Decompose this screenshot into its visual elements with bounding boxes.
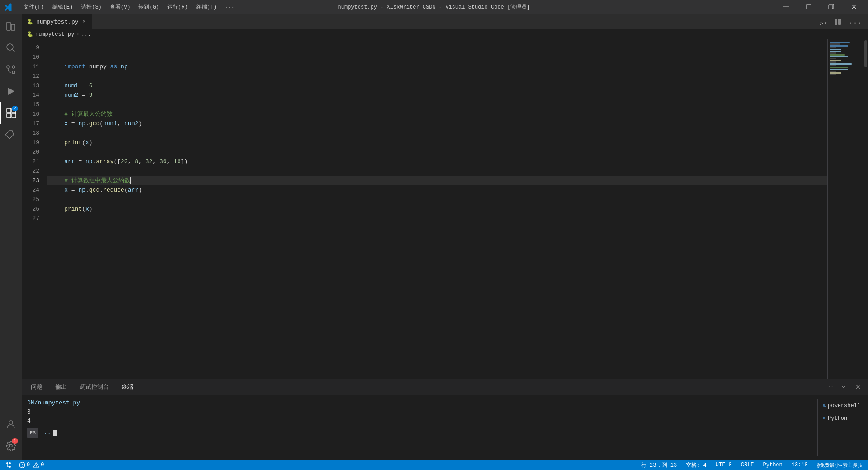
encoding-status[interactable]: UTF-8 <box>714 462 734 468</box>
maximize-button[interactable] <box>798 0 819 14</box>
activity-item-extensions[interactable]: 2 <box>0 102 22 124</box>
code-content[interactable]: import numpy as np num1 = 6 num2 = 9 # 计… <box>47 39 827 379</box>
terminal-cursor <box>53 430 57 436</box>
title-bar-controls <box>776 0 864 14</box>
svg-point-11 <box>12 71 15 74</box>
terminal-line-3: 4 <box>27 417 814 426</box>
code-line-17[interactable]: x = np.gcd(num1, num2) <box>47 119 827 128</box>
breadcrumb-more[interactable]: ... <box>81 31 91 38</box>
panel-close-button[interactable] <box>852 381 864 392</box>
terminal-content-area[interactable]: DN/numpytest.py 3 4 PS ... ⊞ powershell <box>22 395 868 460</box>
powershell-shell[interactable]: ⊞ powershell <box>821 400 859 411</box>
restore-button[interactable] <box>821 0 842 14</box>
editor-scrollbar[interactable] <box>863 39 868 379</box>
menu-bar: 文件(F)编辑(E)选择(S)查看(V)转到(G)运行(R)终端(T)... <box>20 2 238 12</box>
close-button[interactable] <box>844 0 864 14</box>
line-ending-status[interactable]: CRLF <box>739 462 756 468</box>
powershell-icon: ⊞ <box>823 401 826 410</box>
editor-tab-numpytest[interactable]: 🐍 numpytest.py × <box>22 14 92 29</box>
activity-item-account[interactable] <box>0 413 22 435</box>
python-shell-icon: ⊞ <box>823 414 826 423</box>
code-line-14[interactable]: num2 = 9 <box>47 90 827 100</box>
svg-rect-16 <box>7 113 11 118</box>
line-number-27: 27 <box>22 214 47 223</box>
activity-item-search[interactable] <box>0 37 22 59</box>
activity-item-settings[interactable]: 1 <box>0 435 22 456</box>
code-line-11[interactable]: import numpy as np <box>47 62 827 71</box>
panel-add-terminal-button[interactable] <box>808 381 821 392</box>
panel-controls: ··· <box>808 381 864 392</box>
panel-tab-problems[interactable]: 问题 <box>25 379 48 395</box>
line-number-13: 13 <box>22 81 47 90</box>
code-line-9[interactable] <box>47 43 827 52</box>
user-status: @免费最小-素主搜技 <box>815 462 864 469</box>
status-bar-left: 0 0 <box>4 462 46 468</box>
minimap <box>827 39 863 379</box>
line-numbers: 9101112131415161718192021222324252627 <box>22 39 47 379</box>
cursor-position-status[interactable]: 行 23，列 13 <box>639 461 679 469</box>
code-editor[interactable]: 9101112131415161718192021222324252627 im… <box>22 39 868 379</box>
svg-point-19 <box>9 444 12 447</box>
panel-collapse-button[interactable] <box>837 381 850 392</box>
panel-tab-terminal[interactable]: 终端 <box>116 379 139 395</box>
menu-item-终端[interactable]: 终端(T) <box>193 2 221 12</box>
code-line-18[interactable] <box>47 128 827 138</box>
panel-tab-output[interactable]: 输出 <box>50 379 72 395</box>
code-line-15[interactable] <box>47 100 827 109</box>
code-line-16[interactable]: # 计算最大公约数 <box>47 109 827 119</box>
python-shell[interactable]: ⊞ Python <box>821 413 859 424</box>
language-mode-status[interactable]: Python <box>761 462 784 468</box>
code-line-12[interactable] <box>47 71 827 81</box>
code-line-21[interactable]: arr = np.array([20, 8, 32, 36, 16]) <box>47 157 827 166</box>
breadcrumb-separator: › <box>76 31 79 38</box>
text-cursor <box>130 177 131 184</box>
code-line-26[interactable]: print(x) <box>47 204 827 214</box>
line-number-14: 14 <box>22 90 47 100</box>
svg-rect-3 <box>828 5 832 9</box>
activity-item-explorer[interactable] <box>0 15 22 37</box>
terminal-main[interactable]: DN/numpytest.py 3 4 PS ... <box>27 399 814 456</box>
menu-item-文件[interactable]: 文件(F) <box>20 2 48 12</box>
git-branch-status[interactable] <box>4 462 14 468</box>
menu-item-查看[interactable]: 查看(V) <box>106 2 134 12</box>
activity-item-run-debug[interactable] <box>0 80 22 102</box>
more-actions-button[interactable]: ··· <box>846 17 864 29</box>
line-number-11: 11 <box>22 62 47 71</box>
menu-item-编辑[interactable]: 编辑(E) <box>49 2 77 12</box>
warning-count: 0 <box>41 462 44 468</box>
indentation-status[interactable]: 空格: 4 <box>684 461 708 469</box>
tab-bar: 🐍 numpytest.py × ▷ ▾ ··· <box>22 14 868 29</box>
line-number-15: 15 <box>22 100 47 109</box>
code-line-20[interactable] <box>47 147 827 157</box>
code-line-23[interactable]: # 计算数组中最大公约数 <box>47 176 827 185</box>
error-count: 0 <box>27 462 30 468</box>
code-line-24[interactable]: x = np.gcd.reduce(arr) <box>47 185 827 195</box>
tab-close-button[interactable]: × <box>81 17 87 26</box>
split-editor-button[interactable] <box>831 16 844 29</box>
svg-point-10 <box>7 66 9 68</box>
code-line-10[interactable] <box>47 52 827 62</box>
window-title: numpytest.py - XlsxWriter_CSDN - Visual … <box>338 3 530 11</box>
minimize-button[interactable] <box>776 0 797 14</box>
code-line-19[interactable]: print(x) <box>47 138 827 147</box>
code-line-25[interactable] <box>47 195 827 204</box>
svg-point-27 <box>9 466 11 468</box>
menu-item-转到[interactable]: 转到(G) <box>135 2 163 12</box>
activity-item-source-control[interactable] <box>0 59 22 80</box>
code-line-22[interactable] <box>47 166 827 176</box>
line-number-25: 25 <box>22 195 47 204</box>
code-line-13[interactable]: num1 = 6 <box>47 81 827 90</box>
svg-rect-1 <box>807 5 811 9</box>
clock-status: 13:18 <box>790 462 810 468</box>
activity-item-test[interactable] <box>0 124 22 146</box>
run-split-button[interactable]: ▷ ▾ <box>817 18 830 28</box>
menu-item-...[interactable]: ... <box>221 2 238 12</box>
panel-tab-debug-console[interactable]: 调试控制台 <box>74 379 114 395</box>
panel-split-button[interactable]: ··· <box>823 381 835 392</box>
menu-item-运行[interactable]: 运行(R) <box>164 2 192 12</box>
breadcrumb-file[interactable]: numpytest.py <box>35 31 74 38</box>
menu-item-选择[interactable]: 选择(S) <box>77 2 105 12</box>
line-number-22: 22 <box>22 166 47 176</box>
code-line-27[interactable] <box>47 214 827 223</box>
error-count-status[interactable]: 0 0 <box>17 462 46 468</box>
